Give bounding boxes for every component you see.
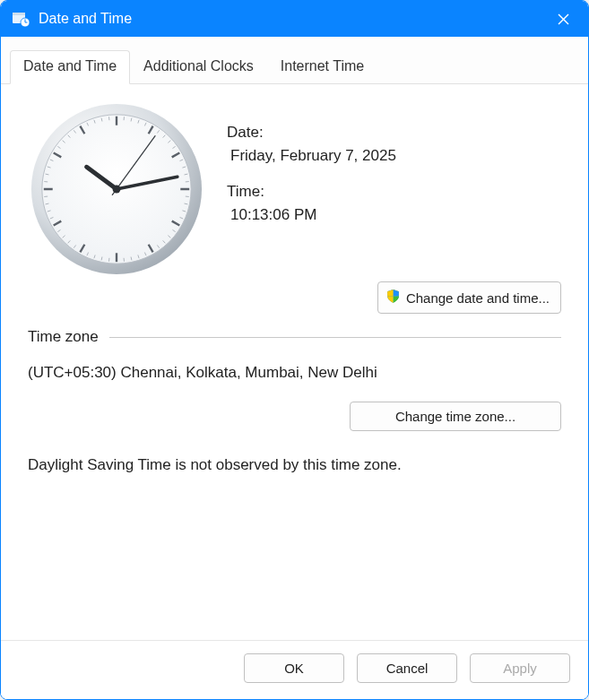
date-time-dialog: Date and Time Date and Time Additional C… <box>0 0 589 700</box>
analog-clock <box>28 100 205 278</box>
tab-additional-clocks[interactable]: Additional Clocks <box>130 50 267 84</box>
svg-rect-1 <box>13 13 25 15</box>
cancel-button[interactable]: Cancel <box>357 653 457 683</box>
close-icon[interactable] <box>545 1 581 37</box>
change-date-time-button[interactable]: Change date and time... <box>377 281 561 314</box>
shield-icon <box>385 289 401 307</box>
tab-content: Date: Friday, February 7, 2025 Time: 10:… <box>1 84 588 640</box>
date-value: Friday, February 7, 2025 <box>227 147 561 165</box>
apply-button: Apply <box>470 653 570 683</box>
tab-internet-time[interactable]: Internet Time <box>267 50 377 84</box>
change-date-time-label: Change date and time... <box>406 290 550 306</box>
dst-note: Daylight Saving Time is not observed by … <box>28 456 561 474</box>
window-title: Date and Time <box>39 11 545 27</box>
timezone-heading: Time zone <box>28 328 561 346</box>
dialog-footer: OK Cancel Apply <box>1 640 588 699</box>
change-timezone-button[interactable]: Change time zone... <box>350 402 561 431</box>
titlebar: Date and Time <box>1 1 588 37</box>
time-value: 10:13:06 PM <box>227 206 561 224</box>
timezone-heading-text: Time zone <box>28 328 99 346</box>
datetime-app-icon <box>12 10 30 28</box>
time-label: Time: <box>227 183 561 201</box>
svg-point-73 <box>113 186 121 194</box>
tab-strip: Date and Time Additional Clocks Internet… <box>1 37 588 84</box>
tab-date-and-time[interactable]: Date and Time <box>10 50 130 84</box>
date-label: Date: <box>227 124 561 142</box>
timezone-value: (UTC+05:30) Chennai, Kolkata, Mumbai, Ne… <box>28 364 561 382</box>
ok-button[interactable]: OK <box>244 653 344 683</box>
divider <box>109 337 561 338</box>
